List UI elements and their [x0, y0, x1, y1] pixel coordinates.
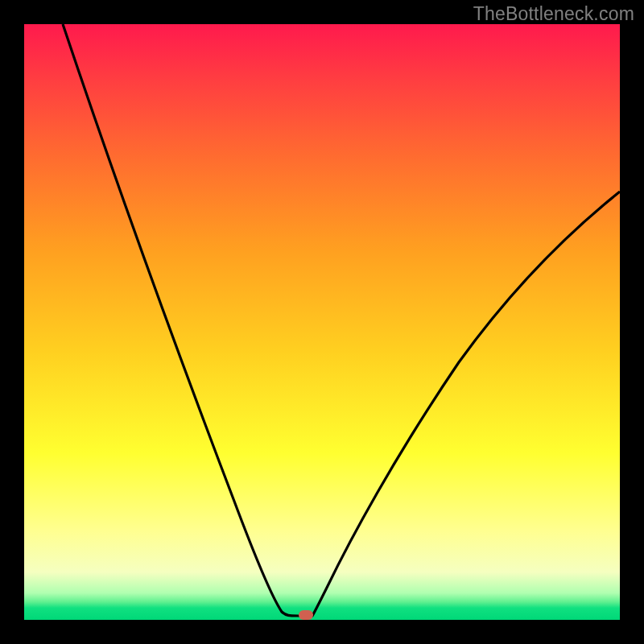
bottleneck-curve — [24, 24, 620, 620]
watermark-text: TheBottleneck.com — [473, 3, 634, 25]
plot-area — [24, 24, 620, 620]
curve-path — [63, 24, 620, 616]
chart-container: TheBottleneck.com — [0, 0, 644, 644]
bottleneck-marker — [299, 610, 313, 620]
